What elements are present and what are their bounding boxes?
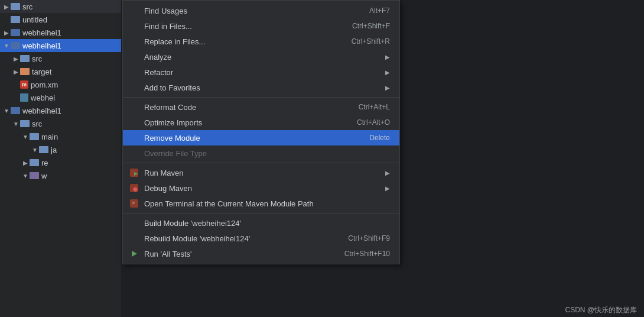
menu-item-label: Add to Favorites: [144, 83, 200, 92]
tree-item-label: ja: [51, 145, 57, 154]
tree-item-label: pom.xm: [31, 80, 58, 89]
menu-item-label: Find Usages: [144, 7, 187, 15]
menu-item-label: Run 'All Tests': [144, 250, 192, 258]
tree-item-main[interactable]: ▼ main: [0, 130, 121, 143]
menu-separator: [123, 213, 399, 214]
menu-item-shortcut: Ctrl+Shift+F: [352, 22, 390, 30]
menu-item-optimize-imports[interactable]: Optimize Imports Ctrl+Alt+O: [123, 115, 399, 130]
menu-item-label: Rebuild Module 'webheihei124': [144, 234, 250, 243]
folder-icon: [11, 29, 20, 36]
tree-item-label: webheihei1: [22, 106, 61, 115]
refactor-icon: [130, 67, 141, 77]
find-usages-icon: [130, 5, 141, 16]
menu-item-open-terminal[interactable]: Open Terminal at the Current Maven Modul…: [123, 196, 399, 211]
replace-in-files-icon: [130, 36, 141, 47]
terminal-icon: [130, 198, 141, 209]
arrow-icon: ▶: [12, 69, 20, 75]
tree-item-src[interactable]: ▶ src: [0, 0, 121, 13]
tree-item-re[interactable]: ▶ re: [0, 156, 121, 169]
menu-item-run-maven[interactable]: Run Maven ▶: [123, 165, 399, 180]
folder-icon: [11, 16, 20, 23]
folder-icon: [11, 107, 20, 114]
submenu-arrow-icon: ▶: [385, 54, 390, 60]
tree-item-w[interactable]: ▼ w: [0, 169, 121, 182]
maven-debug-badge: [130, 184, 138, 192]
menu-item-debug-maven[interactable]: Debug Maven ▶: [123, 180, 399, 196]
menu-item-find-usages[interactable]: Find Usages Alt+F7: [123, 3, 399, 18]
menu-item-shortcut: Ctrl+Alt+O: [357, 118, 390, 127]
tree-item-label: src: [22, 2, 32, 11]
context-menu: Find Usages Alt+F7 Find in Files... Ctrl…: [122, 0, 400, 264]
menu-item-refactor[interactable]: Refactor ▶: [123, 64, 399, 80]
submenu-arrow-icon: ▶: [385, 69, 390, 76]
tree-item-src-3[interactable]: ▼ src: [0, 117, 121, 130]
tree-item-label: untitled: [22, 15, 47, 24]
run-triangle-icon: [132, 251, 137, 257]
folder-icon: [30, 172, 39, 179]
run-tests-icon: [130, 248, 141, 259]
menu-item-label: Replace in Files...: [144, 37, 205, 46]
tree-item-pom[interactable]: m pom.xm: [0, 78, 121, 91]
menu-item-label: Build Module 'webheihei124': [144, 219, 241, 228]
menu-item-shortcut: Delete: [369, 134, 390, 142]
tree-item-src-2[interactable]: ▶ src: [0, 52, 121, 65]
folder-icon: [11, 42, 20, 49]
menu-item-build-module[interactable]: Build Module 'webheihei124': [123, 215, 399, 231]
menu-item-shortcut: Alt+F7: [369, 7, 390, 15]
tree-item-target[interactable]: ▶ target: [0, 65, 121, 78]
arrow-icon: ▼: [31, 147, 39, 153]
menu-item-label: Run Maven: [144, 169, 183, 177]
submenu-arrow-icon: ▶: [385, 185, 390, 192]
tree-item-webheihei1-b[interactable]: ▼ webheihei1: [0, 39, 121, 52]
arrow-icon: ▶: [12, 56, 20, 62]
menu-item-label: Analyze: [144, 53, 171, 62]
remove-module-icon: [130, 132, 141, 143]
menu-item-override-file-type: Override File Type: [123, 145, 399, 161]
tree-item-webheihei1-c[interactable]: ▼ webheihei1: [0, 104, 121, 117]
tree-item-label: main: [41, 132, 58, 141]
menu-item-label: Open Terminal at the Current Maven Modul…: [144, 199, 314, 208]
tree-item-label: re: [41, 158, 48, 167]
menu-item-remove-module[interactable]: Remove Module Delete: [123, 130, 399, 145]
menu-item-rebuild-module[interactable]: Rebuild Module 'webheihei124' Ctrl+Shift…: [123, 231, 399, 246]
menu-item-analyze[interactable]: Analyze ▶: [123, 49, 399, 64]
menu-item-replace-in-files[interactable]: Replace in Files... Ctrl+Shift+R: [123, 34, 399, 49]
bottom-bar-text: CSDN @快乐的数据库: [565, 305, 637, 315]
menu-item-label: Find in Files...: [144, 22, 192, 31]
arrow-icon: ▼: [2, 43, 11, 49]
arrow-icon: ▶: [2, 4, 11, 10]
maven-run-badge: [130, 169, 138, 177]
debug-maven-icon: [130, 183, 141, 193]
menu-item-add-to-favorites[interactable]: Add to Favorites ▶: [123, 80, 399, 95]
tree-item-label: webhei: [31, 93, 55, 102]
folder-icon: [30, 159, 39, 166]
maven-terminal-badge: [130, 199, 138, 208]
folder-icon: [11, 3, 20, 10]
tree-item-label: target: [32, 67, 51, 76]
menu-item-shortcut: Ctrl+Shift+F10: [344, 250, 390, 258]
folder-icon: [39, 146, 48, 153]
tree-item-webhei[interactable]: webhei: [0, 91, 121, 104]
find-in-files-icon: [130, 21, 141, 31]
submenu-arrow-icon: ▶: [385, 85, 390, 91]
reformat-icon: [130, 102, 141, 112]
tree-item-ja[interactable]: ▼ ja: [0, 143, 121, 156]
folder-icon: [30, 133, 39, 140]
menu-item-label: Optimize Imports: [144, 118, 202, 127]
arrow-icon: ▼: [12, 121, 20, 127]
folder-icon: [20, 55, 30, 62]
run-maven-icon: [130, 167, 141, 178]
tree-item-label: webheihei1: [22, 28, 61, 37]
menu-item-reformat-code[interactable]: Reformat Code Ctrl+Alt+L: [123, 99, 399, 115]
arrow-icon: ▼: [21, 173, 30, 179]
menu-item-label: Reformat Code: [144, 103, 196, 112]
tree-item-webheihei1-a[interactable]: ▶ webheihei1: [0, 26, 121, 39]
web-file-icon: [20, 93, 28, 102]
tree-item-untitled[interactable]: untitled: [0, 13, 121, 26]
menu-item-shortcut: Ctrl+Shift+R: [352, 37, 390, 46]
menu-item-find-in-files[interactable]: Find in Files... Ctrl+Shift+F: [123, 18, 399, 34]
override-icon: [130, 148, 141, 158]
tree-item-label: w: [41, 172, 47, 180]
folder-icon: [20, 120, 30, 127]
menu-item-run-all-tests[interactable]: Run 'All Tests' Ctrl+Shift+F10: [123, 246, 399, 261]
